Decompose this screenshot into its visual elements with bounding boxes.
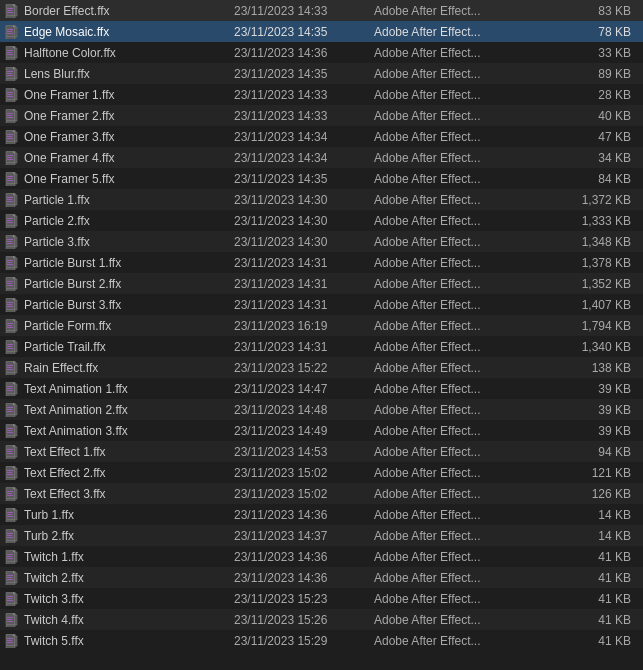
svg-rect-33: [7, 113, 13, 114]
table-row[interactable]: Particle Burst 2.ffx 23/11/2023 14:31 Ad…: [0, 273, 643, 294]
table-row[interactable]: Twitch 2.ffx 23/11/2023 14:36 Adobe Afte…: [0, 567, 643, 588]
table-row[interactable]: Text Effect 3.ffx 23/11/2023 15:02 Adobe…: [0, 483, 643, 504]
file-date-cell: 23/11/2023 14:30: [234, 214, 374, 228]
file-name: Halftone Color.ffx: [24, 46, 116, 60]
table-row[interactable]: Edge Mosaic.ffx 23/11/2023 14:35 Adobe A…: [0, 21, 643, 42]
file-name-cell: Text Effect 3.ffx: [4, 486, 234, 502]
table-row[interactable]: Particle 1.ffx 23/11/2023 14:30 Adobe Af…: [0, 189, 643, 210]
svg-rect-179: [7, 621, 13, 622]
table-row[interactable]: Text Effect 1.ffx 23/11/2023 14:53 Adobe…: [0, 441, 643, 462]
table-row[interactable]: Twitch 1.ffx 23/11/2023 14:36 Adobe Afte…: [0, 546, 643, 567]
svg-rect-166: [7, 577, 12, 578]
svg-rect-105: [7, 365, 13, 366]
file-name-cell: Text Animation 2.ffx: [4, 402, 234, 418]
svg-rect-171: [7, 596, 13, 597]
file-date-cell: 23/11/2023 15:02: [234, 487, 374, 501]
file-name-cell: Text Animation 1.ffx: [4, 381, 234, 397]
svg-rect-4: [7, 10, 12, 11]
file-name-cell: Twitch 1.ffx: [4, 549, 234, 565]
file-name: Twitch 3.ffx: [24, 592, 84, 606]
svg-rect-88: [7, 304, 12, 305]
svg-rect-178: [7, 619, 12, 620]
table-row[interactable]: Text Animation 3.ffx 23/11/2023 14:49 Ad…: [0, 420, 643, 441]
table-row[interactable]: One Framer 4.ffx 23/11/2023 14:34 Adobe …: [0, 147, 643, 168]
table-row[interactable]: Particle Burst 1.ffx 23/11/2023 14:31 Ad…: [0, 252, 643, 273]
table-row[interactable]: Rain Effect.ffx 23/11/2023 15:22 Adobe A…: [0, 357, 643, 378]
table-row[interactable]: One Framer 3.ffx 23/11/2023 14:34 Adobe …: [0, 126, 643, 147]
svg-rect-99: [7, 344, 13, 345]
file-icon: [4, 591, 20, 607]
table-row[interactable]: Turb 1.ffx 23/11/2023 14:36 Adobe After …: [0, 504, 643, 525]
file-size-cell: 121 KB: [504, 466, 639, 480]
file-type-cell: Adobe After Effect...: [374, 613, 504, 627]
table-row[interactable]: Particle Trail.ffx 23/11/2023 14:31 Adob…: [0, 336, 643, 357]
table-row[interactable]: Particle Form.ffx 23/11/2023 16:19 Adobe…: [0, 315, 643, 336]
table-row[interactable]: One Framer 1.ffx 23/11/2023 14:33 Adobe …: [0, 84, 643, 105]
svg-rect-10: [7, 31, 12, 32]
file-type-cell: Adobe After Effect...: [374, 487, 504, 501]
file-type-cell: Adobe After Effect...: [374, 130, 504, 144]
file-type-cell: Adobe After Effect...: [374, 256, 504, 270]
file-type-cell: Adobe After Effect...: [374, 361, 504, 375]
table-row[interactable]: Border Effect.ffx 23/11/2023 14:33 Adobe…: [0, 0, 643, 21]
file-type-cell: Adobe After Effect...: [374, 529, 504, 543]
svg-rect-58: [7, 199, 12, 200]
svg-rect-165: [7, 575, 13, 576]
table-row[interactable]: One Framer 5.ffx 23/11/2023 14:35 Adobe …: [0, 168, 643, 189]
file-icon: [4, 318, 20, 334]
svg-rect-149: [7, 516, 13, 517]
svg-rect-5: [7, 12, 13, 13]
file-type-cell: Adobe After Effect...: [374, 424, 504, 438]
file-date-cell: 23/11/2023 15:23: [234, 592, 374, 606]
file-date-cell: 23/11/2023 14:36: [234, 550, 374, 564]
table-row[interactable]: Particle Burst 3.ffx 23/11/2023 14:31 Ad…: [0, 294, 643, 315]
file-name-cell: Particle Trail.ffx: [4, 339, 234, 355]
svg-rect-183: [7, 638, 13, 639]
file-size-cell: 41 KB: [504, 613, 639, 627]
svg-rect-154: [7, 535, 12, 536]
file-date-cell: 23/11/2023 14:31: [234, 256, 374, 270]
svg-rect-131: [7, 453, 13, 454]
file-icon: [4, 108, 20, 124]
svg-rect-81: [7, 281, 13, 282]
file-name: Twitch 2.ffx: [24, 571, 84, 585]
svg-rect-136: [7, 472, 12, 473]
file-name-cell: Particle Form.ffx: [4, 318, 234, 334]
file-date-cell: 23/11/2023 14:48: [234, 403, 374, 417]
file-name: Particle 2.ffx: [24, 214, 90, 228]
file-icon: [4, 528, 20, 544]
table-row[interactable]: Particle 3.ffx 23/11/2023 14:30 Adobe Af…: [0, 231, 643, 252]
svg-rect-64: [7, 220, 12, 221]
table-row[interactable]: Twitch 5.ffx 23/11/2023 15:29 Adobe Afte…: [0, 630, 643, 651]
svg-rect-45: [7, 155, 13, 156]
file-date-cell: 23/11/2023 14:34: [234, 151, 374, 165]
table-row[interactable]: Twitch 4.ffx 23/11/2023 15:26 Adobe Afte…: [0, 609, 643, 630]
file-size-cell: 1,372 KB: [504, 193, 639, 207]
file-type-cell: Adobe After Effect...: [374, 193, 504, 207]
file-type-cell: Adobe After Effect...: [374, 382, 504, 396]
file-size-cell: 126 KB: [504, 487, 639, 501]
table-row[interactable]: Text Animation 2.ffx 23/11/2023 14:48 Ad…: [0, 399, 643, 420]
table-row[interactable]: Particle 2.ffx 23/11/2023 14:30 Adobe Af…: [0, 210, 643, 231]
svg-rect-106: [7, 367, 12, 368]
table-row[interactable]: Twitch 3.ffx 23/11/2023 15:23 Adobe Afte…: [0, 588, 643, 609]
file-size-cell: 1,348 KB: [504, 235, 639, 249]
file-name: Text Animation 1.ffx: [24, 382, 128, 396]
table-row[interactable]: Text Animation 1.ffx 23/11/2023 14:47 Ad…: [0, 378, 643, 399]
file-type-cell: Adobe After Effect...: [374, 403, 504, 417]
file-name: Particle Burst 2.ffx: [24, 277, 121, 291]
table-row[interactable]: Text Effect 2.ffx 23/11/2023 15:02 Adobe…: [0, 462, 643, 483]
table-row[interactable]: Lens Blur.ffx 23/11/2023 14:35 Adobe Aft…: [0, 63, 643, 84]
table-row[interactable]: Turb 2.ffx 23/11/2023 14:37 Adobe After …: [0, 525, 643, 546]
svg-rect-28: [7, 94, 12, 95]
svg-rect-111: [7, 386, 13, 387]
svg-rect-35: [7, 117, 13, 118]
file-size-cell: 41 KB: [504, 571, 639, 585]
svg-rect-153: [7, 533, 13, 534]
svg-rect-39: [7, 134, 13, 135]
table-row[interactable]: One Framer 2.ffx 23/11/2023 14:33 Adobe …: [0, 105, 643, 126]
svg-rect-113: [7, 390, 13, 391]
file-type-cell: Adobe After Effect...: [374, 46, 504, 60]
file-name: Rain Effect.ffx: [24, 361, 98, 375]
table-row[interactable]: Halftone Color.ffx 23/11/2023 14:36 Adob…: [0, 42, 643, 63]
